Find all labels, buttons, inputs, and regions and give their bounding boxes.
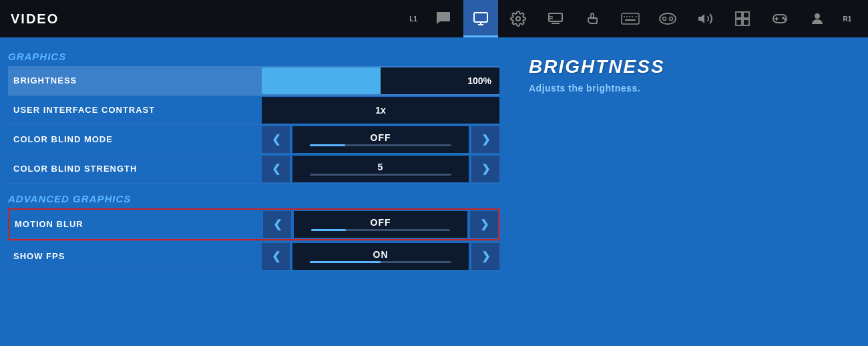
- motion-blur-fill: [311, 229, 346, 231]
- show-fps-row: SHOW FPS ❮ ON ❯: [8, 242, 499, 271]
- svg-marker-18: [698, 14, 704, 23]
- right-panel: BRIGHTNESS Adjusts the brightness.: [507, 37, 868, 346]
- nav-icon-monitor[interactable]: [463, 0, 498, 37]
- motion-blur-progress: [311, 229, 450, 231]
- svg-rect-20: [743, 12, 749, 18]
- color-blind-strength-right-btn[interactable]: ❯: [471, 156, 499, 182]
- nav-icon-gamepad[interactable]: [763, 0, 797, 37]
- ui-contrast-row: USER INTERFACE CONTRAST 1x: [8, 96, 499, 125]
- color-blind-strength-row: COLOR BLIND STRENGTH ❮ 5 ❯: [8, 154, 499, 184]
- svg-rect-8: [622, 13, 639, 24]
- motion-blur-value-container: OFF: [294, 211, 467, 238]
- color-blind-mode-right-btn[interactable]: ❯: [471, 126, 499, 153]
- motion-blur-right-btn[interactable]: ❯: [470, 211, 498, 238]
- svg-point-26: [783, 17, 784, 19]
- motion-blur-label: MOTION BLUR: [9, 219, 263, 229]
- svg-rect-22: [743, 19, 749, 25]
- nav-icon-profile[interactable]: [800, 0, 835, 37]
- motion-blur-wrapper: MOTION BLUR ❮ OFF ❯: [8, 208, 499, 240]
- nav-icon-controller2[interactable]: [650, 0, 685, 37]
- motion-blur-value: OFF: [371, 217, 391, 228]
- show-fps-control: ❮ ON ❯: [262, 243, 499, 270]
- nav-icon-r1-badge: R1: [837, 0, 857, 37]
- nav-bar: L1: [403, 0, 857, 37]
- main-content: GRAPHICS BRIGHTNESS 100% USER INTERFACE …: [0, 37, 868, 346]
- show-fps-progress: [310, 261, 451, 263]
- svg-rect-21: [736, 19, 742, 25]
- brightness-control[interactable]: 100%: [262, 67, 499, 94]
- svg-point-15: [660, 13, 676, 24]
- svg-point-16: [663, 17, 666, 21]
- show-fps-value: ON: [373, 249, 389, 260]
- color-blind-strength-value: 5: [378, 162, 384, 172]
- svg-point-17: [670, 17, 673, 21]
- show-fps-label: SHOW FPS: [8, 251, 262, 261]
- color-blind-mode-fill: [310, 144, 345, 146]
- motion-blur-row: MOTION BLUR ❮ OFF ❯: [9, 210, 498, 239]
- graphics-section-header: GRAPHICS: [8, 51, 499, 62]
- detail-title: BRIGHTNESS: [529, 56, 847, 77]
- motion-blur-control: ❮ OFF ❯: [263, 211, 498, 238]
- color-blind-strength-control: ❮ 5 ❯: [262, 156, 499, 182]
- brightness-fill: [262, 67, 381, 94]
- svg-rect-4: [549, 13, 562, 21]
- svg-point-27: [785, 19, 786, 20]
- brightness-label: BRIGHTNESS: [8, 75, 262, 85]
- svg-point-3: [516, 17, 520, 21]
- show-fps-right-btn[interactable]: ❯: [471, 243, 499, 270]
- nav-icon-layout[interactable]: [725, 0, 760, 37]
- ui-contrast-value: 1x: [375, 105, 386, 116]
- nav-icon-l1-badge: L1: [403, 0, 423, 37]
- nav-icon-chat[interactable]: [426, 0, 461, 37]
- svg-rect-19: [736, 12, 742, 18]
- ui-contrast-control: 1x: [262, 97, 499, 124]
- brightness-row: BRIGHTNESS 100%: [8, 66, 499, 96]
- advanced-graphics-section-header: ADVANCED GRAPHICS: [8, 193, 499, 204]
- color-blind-strength-label: COLOR BLIND STRENGTH: [8, 164, 262, 174]
- svg-point-28: [815, 13, 820, 19]
- svg-rect-5: [552, 23, 560, 24]
- svg-rect-0: [474, 13, 487, 22]
- page-title: VIDEO: [11, 11, 59, 27]
- nav-icon-display[interactable]: [538, 0, 573, 37]
- color-blind-mode-control: ❮ OFF ❯: [262, 126, 499, 153]
- color-blind-mode-row: COLOR BLIND MODE ❮ OFF ❯: [8, 125, 499, 154]
- nav-icon-audio[interactable]: [688, 0, 722, 37]
- show-fps-left-btn[interactable]: ❮: [262, 243, 290, 270]
- ui-contrast-label: USER INTERFACE CONTRAST: [8, 105, 262, 115]
- color-blind-mode-value-container: OFF: [292, 126, 469, 153]
- color-blind-mode-value: OFF: [371, 132, 391, 143]
- nav-icon-keyboard[interactable]: [613, 0, 648, 37]
- color-blind-strength-progress: [310, 174, 451, 176]
- nav-icon-touch[interactable]: [576, 0, 610, 37]
- show-fps-fill: [310, 261, 381, 263]
- top-bar: VIDEO L1: [0, 0, 868, 37]
- color-blind-mode-left-btn[interactable]: ❮: [262, 126, 290, 153]
- brightness-value: 100%: [467, 75, 491, 86]
- color-blind-mode-progress: [310, 144, 451, 146]
- nav-icon-gear[interactable]: [501, 0, 535, 37]
- detail-description: Adjusts the brightness.: [529, 83, 847, 94]
- motion-blur-left-btn[interactable]: ❮: [263, 211, 291, 238]
- show-fps-value-container: ON: [292, 243, 469, 270]
- color-blind-strength-left-btn[interactable]: ❮: [262, 156, 290, 182]
- color-blind-strength-value-container: 5: [292, 156, 469, 182]
- color-blind-mode-label: COLOR BLIND MODE: [8, 134, 262, 144]
- left-panel: GRAPHICS BRIGHTNESS 100% USER INTERFACE …: [0, 37, 507, 346]
